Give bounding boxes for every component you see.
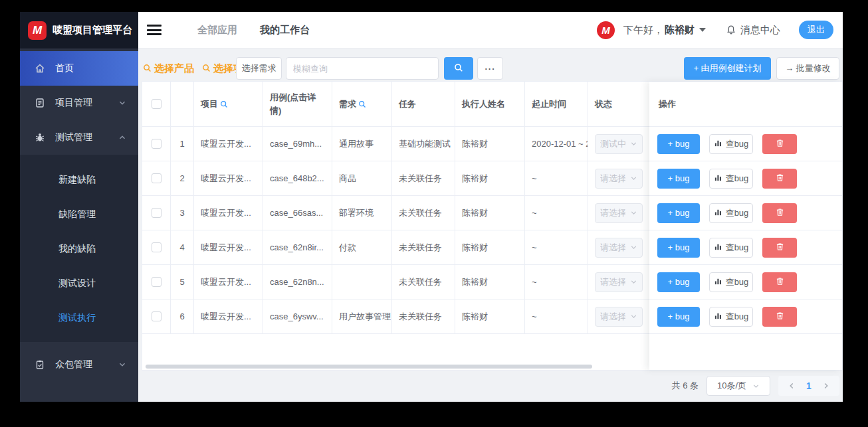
delete-button[interactable] xyxy=(762,238,797,258)
status-select[interactable]: 测试中 xyxy=(595,134,643,154)
sidebar-item-crowdsourcing[interactable]: 众包管理 xyxy=(20,347,138,382)
message-center-link[interactable]: 消息中心 xyxy=(740,24,780,37)
requirement-column-header: 需求 xyxy=(332,82,392,127)
view-bug-button[interactable]: 查bug xyxy=(709,238,753,258)
delete-button[interactable] xyxy=(762,203,797,223)
row-checkbox[interactable] xyxy=(152,277,162,287)
chevron-down-icon xyxy=(630,140,637,147)
sidebar-item-label: 首页 xyxy=(55,62,74,74)
top-navbar: 全部应用 我的工作台 M 下午好，陈裕财 消息中心 退出 xyxy=(138,12,843,48)
prev-page-button[interactable] xyxy=(784,382,800,390)
add-bug-button[interactable]: + bug xyxy=(657,238,700,258)
search-icon xyxy=(454,63,463,74)
add-bug-button[interactable]: + bug xyxy=(657,272,700,292)
search-icon xyxy=(202,63,211,74)
next-page-button[interactable] xyxy=(818,382,834,390)
sidebar-item-label: 众包管理 xyxy=(55,359,92,371)
use-case-column-header: 用例(点击详情) xyxy=(263,82,332,127)
row-checkbox[interactable] xyxy=(152,242,162,252)
logout-button[interactable]: 退出 xyxy=(799,21,833,39)
row-checkbox[interactable] xyxy=(152,139,162,149)
sidebar-item-label: 项目管理 xyxy=(55,97,92,109)
row-checkbox[interactable] xyxy=(152,311,162,321)
pagination: 共 6 条 10条/页 1 xyxy=(672,375,839,396)
view-bug-button[interactable]: 查bug xyxy=(709,169,753,189)
status-select[interactable]: 请选择 xyxy=(595,272,643,292)
select-product-link[interactable]: 选择产品 xyxy=(143,62,194,75)
add-bug-button[interactable]: + bug xyxy=(657,134,700,154)
row-checkbox[interactable] xyxy=(152,208,162,218)
row-checkbox[interactable] xyxy=(152,173,162,183)
search-button[interactable] xyxy=(444,57,473,80)
trash-icon xyxy=(776,173,784,184)
brand-title: 唛盟项目管理平台 xyxy=(53,24,132,37)
delete-button[interactable] xyxy=(762,272,797,292)
sidebar-item-project-mgmt[interactable]: 项目管理 xyxy=(20,86,138,120)
pager: 1 xyxy=(778,376,839,396)
view-bug-button[interactable]: 查bug xyxy=(709,307,753,327)
trash-icon xyxy=(776,208,784,218)
actions-row: + bug 查bug xyxy=(649,196,842,230)
trash-icon xyxy=(776,242,784,253)
sidebar-item-home[interactable]: 首页 xyxy=(20,51,138,86)
view-bug-button[interactable]: 查bug xyxy=(709,134,753,154)
delete-button[interactable] xyxy=(762,307,797,327)
actions-row: + bug 查bug xyxy=(649,230,842,265)
fuzzy-search-input[interactable] xyxy=(286,57,439,80)
bell-icon[interactable] xyxy=(726,25,736,35)
more-filters-button[interactable]: ··· xyxy=(477,57,503,80)
trash-icon xyxy=(776,139,784,149)
hamburger-menu-icon[interactable] xyxy=(147,25,162,35)
clipboard-check-icon xyxy=(35,359,47,370)
select-all-checkbox[interactable] xyxy=(152,99,162,109)
executor-column-header: 执行人姓名 xyxy=(455,82,525,127)
actions-row: + bug 查bug xyxy=(649,161,842,196)
chevron-down-icon xyxy=(752,383,760,390)
home-icon xyxy=(35,63,47,74)
sidebar-item-test-mgmt[interactable]: 测试管理 xyxy=(20,120,138,155)
bar-chart-icon xyxy=(714,242,722,253)
sidebar-subitem-defect-mgmt[interactable]: 缺陷管理 xyxy=(20,197,138,232)
delete-button[interactable] xyxy=(762,169,797,189)
document-icon xyxy=(35,98,47,108)
topnav-right: M 下午好，陈裕财 消息中心 退出 xyxy=(597,21,843,39)
status-select[interactable]: 请选择 xyxy=(595,238,643,258)
chevron-down-icon xyxy=(630,175,637,182)
select-requirement-button[interactable]: 选择需求 xyxy=(236,57,282,80)
add-bug-button[interactable]: + bug xyxy=(657,169,700,189)
create-plan-from-case-button[interactable]: + 由用例创建计划 xyxy=(684,57,771,80)
topnav-tabs: 全部应用 我的工作台 xyxy=(197,24,310,37)
delete-button[interactable] xyxy=(762,134,797,154)
add-bug-button[interactable]: + bug xyxy=(657,203,700,223)
page-size-select[interactable]: 10条/页 xyxy=(706,376,770,396)
page-number[interactable]: 1 xyxy=(800,381,818,391)
user-greeting[interactable]: 下午好，陈裕财 xyxy=(623,24,706,37)
status-column-header: 状态 xyxy=(588,82,651,127)
search-icon[interactable] xyxy=(358,100,366,108)
sidebar-subitem-my-defects[interactable]: 我的缺陷 xyxy=(20,232,138,266)
status-select[interactable]: 请选择 xyxy=(595,203,643,223)
view-bug-button[interactable]: 查bug xyxy=(709,203,753,223)
add-bug-button[interactable]: + bug xyxy=(657,307,700,327)
horizontal-scrollbar[interactable] xyxy=(146,365,592,369)
batch-edit-button[interactable]: → 批量修改 xyxy=(776,57,839,80)
chevron-down-icon xyxy=(630,278,637,286)
search-icon[interactable] xyxy=(220,100,228,108)
sidebar: M 唛盟项目管理平台 首页 项目管理 xyxy=(20,12,138,402)
view-bug-button[interactable]: 查bug xyxy=(709,272,753,292)
total-count: 共 6 条 xyxy=(672,380,699,392)
actions-row: + bug 查bug xyxy=(649,127,842,161)
sidebar-subitem-test-design[interactable]: 测试设计 xyxy=(20,266,138,301)
app-window: M 唛盟项目管理平台 首页 项目管理 xyxy=(20,12,843,402)
sidebar-subitem-new-defect[interactable]: 新建缺陷 xyxy=(20,163,138,197)
trash-icon xyxy=(776,311,784,322)
bar-chart-icon xyxy=(714,311,722,322)
sidebar-subitem-test-execution[interactable]: 测试执行 xyxy=(20,301,138,335)
tab-my-workbench[interactable]: 我的工作台 xyxy=(260,24,310,37)
sidebar-item-label: 测试管理 xyxy=(55,131,92,143)
sidebar-item-settlement[interactable]: 结算管理 xyxy=(20,395,138,402)
status-select[interactable]: 请选择 xyxy=(595,307,643,327)
status-select[interactable]: 请选择 xyxy=(595,169,643,189)
tab-all-apps[interactable]: 全部应用 xyxy=(197,24,237,37)
user-avatar[interactable]: M xyxy=(597,21,615,39)
